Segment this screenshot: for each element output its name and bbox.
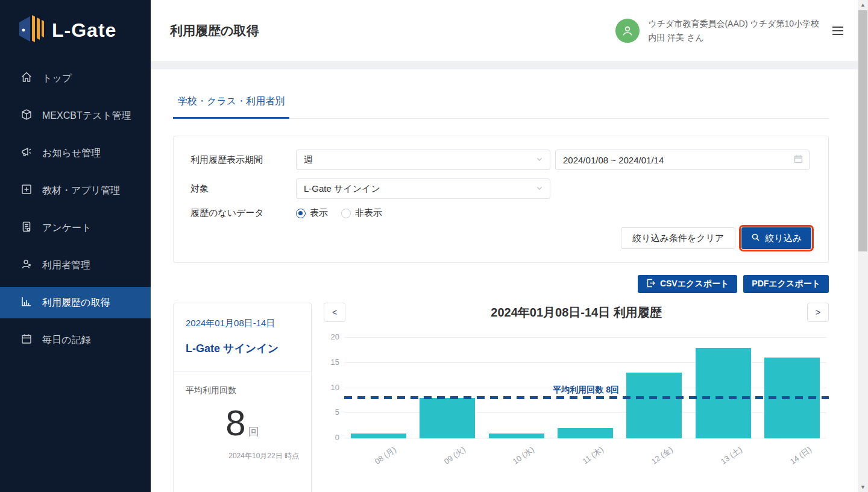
radio-show[interactable]: 表示 <box>296 207 328 219</box>
x-axis-tick: 14 (日) <box>788 444 814 467</box>
export-icon <box>646 279 655 289</box>
pdf-export-button[interactable]: PDFエクスポート <box>743 275 829 293</box>
summary-card: 2024年01月08日-14日 L-Gate サインイン 平均利用回数 8回 2… <box>173 303 312 492</box>
header-divider <box>151 61 858 69</box>
user-info: ウチダ市教育委員会(AAD) ウチダ第10小学校 内田 洋美 さん <box>648 17 819 44</box>
radio-hide-label: 非表示 <box>355 207 382 219</box>
clear-filters-button[interactable]: 絞り込み条件をクリア <box>621 227 735 249</box>
vertical-scrollbar[interactable]: ▲ ▼ <box>858 0 868 492</box>
bar-13 (土) <box>696 348 751 438</box>
chart-title: 2024年01月08日-14日 利用履歴 <box>491 304 661 321</box>
target-select[interactable]: L-Gate サインイン <box>296 178 550 199</box>
logo-text: L-Gate <box>52 19 116 42</box>
as-of-date: 2024年10月22日 時点 <box>186 451 299 461</box>
tab-school-class-user[interactable]: 学校・クラス・利用者別 <box>173 87 289 119</box>
x-axis-tick: 10 (水) <box>511 444 537 467</box>
sidebar-item-materials[interactable]: 教材・アプリ管理 <box>0 175 151 206</box>
sidebar-item-top[interactable]: トップ <box>0 63 151 94</box>
x-axis-tick: 13 (土) <box>719 444 744 467</box>
x-axis-tick: 11 (木) <box>580 444 606 467</box>
bar-11 (木) <box>558 428 613 438</box>
app-logo: L-Gate <box>0 0 151 58</box>
sidebar-item-label: 利用者管理 <box>42 259 90 272</box>
period-select-value: 週 <box>304 154 313 166</box>
sidebar-item-usage-history[interactable]: 利用履歴の取得 <box>0 287 151 318</box>
chart-card: < 2024年01月08日-14日 利用履歴 > 05101520平均利用回数 … <box>324 303 829 492</box>
sidebar-item-label: 教材・アプリ管理 <box>42 184 120 197</box>
period-select[interactable]: 週 <box>296 150 550 170</box>
pdf-export-label: PDFエクスポート <box>752 279 820 289</box>
prev-period-button[interactable]: < <box>324 303 345 322</box>
csv-export-button[interactable]: CSVエクスポート <box>638 275 737 293</box>
target-select-value: L-Gate サインイン <box>304 183 380 195</box>
bar-chart-icon <box>20 295 33 310</box>
main-area: 利用履歴の取得 ウチダ市教育委員会(AAD) ウチダ第10小学校 内田 洋美 さ… <box>151 0 858 492</box>
average-usage-unit: 回 <box>248 426 259 438</box>
apply-filter-label: 絞り込み <box>765 233 802 244</box>
tabbar: 学校・クラス・利用者別 <box>173 69 829 119</box>
csv-export-label: CSVエクスポート <box>660 279 729 289</box>
date-range-input[interactable]: 2024/01/08 ~ 2024/01/14 <box>555 150 810 170</box>
avatar[interactable] <box>615 19 640 43</box>
sidebar-item-label: アンケート <box>42 222 92 235</box>
summary-target: L-Gate サインイン <box>186 341 299 356</box>
scrollbar-thumb[interactable] <box>858 10 867 251</box>
sidebar-item-users[interactable]: 利用者管理 <box>0 250 151 281</box>
survey-doc-icon <box>20 221 33 235</box>
date-range-value: 2024/01/08 ~ 2024/01/14 <box>563 155 664 165</box>
bar-08 (月) <box>351 434 406 438</box>
page-header: 利用履歴の取得 ウチダ市教育委員会(AAD) ウチダ第10小学校 内田 洋美 さ… <box>151 0 858 61</box>
export-row: CSVエクスポート PDFエクスポート <box>173 275 829 293</box>
chevron-down-icon <box>535 184 544 194</box>
no-history-label: 履歴のないデータ <box>190 207 296 219</box>
megaphone-icon <box>20 146 33 160</box>
home-icon <box>20 71 33 86</box>
user-line: 内田 洋美 さん <box>648 31 819 44</box>
calendar-icon <box>20 333 33 347</box>
filter-panel: 利用履歴表示期間 週 2024/01/08 ~ 2024/01/14 対象 L-… <box>173 136 829 263</box>
next-period-button[interactable]: > <box>807 303 829 322</box>
test-box-icon <box>20 109 33 123</box>
scrollbar-up-arrow-icon[interactable]: ▲ <box>858 0 868 10</box>
user-icon <box>20 258 33 273</box>
no-history-radio-group: 表示 非表示 <box>296 207 382 219</box>
y-axis-tick: 0 <box>324 433 339 442</box>
radio-hide[interactable]: 非表示 <box>341 207 382 219</box>
sidebar-item-announcements[interactable]: お知らせ管理 <box>0 137 151 169</box>
target-label: 対象 <box>190 183 296 195</box>
radio-show-circle[interactable] <box>296 209 306 218</box>
person-icon <box>621 24 634 37</box>
logo-icon <box>18 14 45 46</box>
hamburger-menu-icon[interactable] <box>832 27 843 35</box>
bar-12 (金) <box>626 373 682 438</box>
y-axis-tick: 5 <box>324 408 339 417</box>
y-axis-tick: 15 <box>324 358 339 367</box>
radio-hide-circle[interactable] <box>341 209 351 218</box>
apply-filter-button[interactable]: 絞り込み <box>741 227 811 249</box>
period-label: 利用履歴表示期間 <box>190 154 296 166</box>
chart-section: 2024年01月08日-14日 L-Gate サインイン 平均利用回数 8回 2… <box>173 303 829 492</box>
scrollbar-down-arrow-icon[interactable]: ▼ <box>858 482 868 492</box>
page-title: 利用履歴の取得 <box>170 22 259 39</box>
sidebar-item-mexcbt[interactable]: MEXCBTテスト管理 <box>0 100 151 131</box>
calendar-icon <box>794 154 803 165</box>
x-axis-tick: 12 (金) <box>649 444 675 467</box>
chevron-down-icon <box>535 155 544 165</box>
sidebar-item-label: MEXCBTテスト管理 <box>42 110 131 122</box>
gridline: 5 <box>344 412 826 413</box>
average-line <box>344 396 829 399</box>
sidebar-item-daily-record[interactable]: 毎日の記録 <box>0 324 151 356</box>
bar-chart-plot: 05101520平均利用回数 8回 <box>344 338 826 438</box>
gridline: 20 <box>344 337 826 338</box>
sidebar-item-survey[interactable]: アンケート <box>0 212 151 244</box>
sidebar-item-label: 毎日の記録 <box>42 334 90 347</box>
sidebar-item-label: お知らせ管理 <box>42 147 101 160</box>
average-usage-label: 平均利用回数 <box>186 385 299 396</box>
x-axis-tick: 09 (火) <box>442 444 468 467</box>
summary-period: 2024年01月08日-14日 <box>186 318 299 329</box>
search-icon <box>751 233 760 244</box>
chart-x-axis: 08 (月)09 (火)10 (水)11 (木)12 (金)13 (土)14 (… <box>344 438 829 475</box>
bar-09 (火) <box>420 398 475 438</box>
average-line-label: 平均利用回数 8回 <box>553 385 619 396</box>
radio-show-label: 表示 <box>310 207 328 219</box>
